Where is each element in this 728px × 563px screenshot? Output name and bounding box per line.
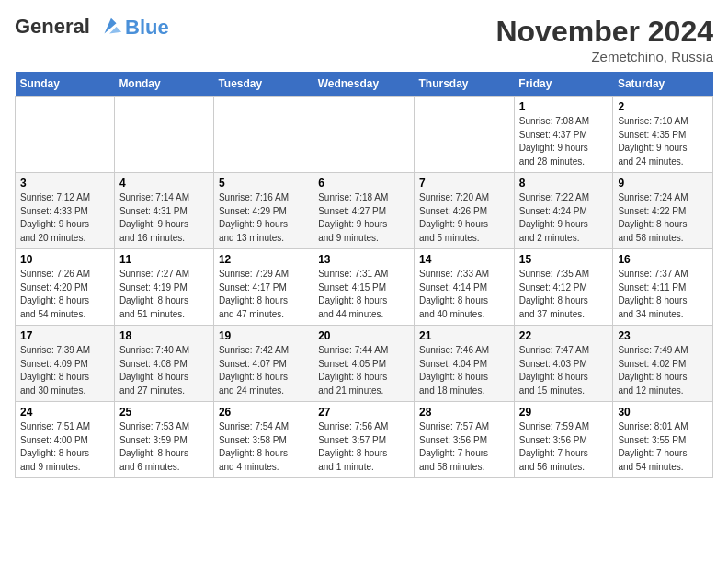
day-number: 24 bbox=[20, 406, 109, 419]
day-number: 6 bbox=[318, 177, 409, 190]
day-cell: 11Sunrise: 7:27 AM Sunset: 4:19 PM Dayli… bbox=[114, 249, 213, 326]
day-info: Sunrise: 7:40 AM Sunset: 4:08 PM Dayligh… bbox=[119, 344, 209, 397]
day-info: Sunrise: 7:33 AM Sunset: 4:14 PM Dayligh… bbox=[419, 268, 509, 321]
day-cell bbox=[415, 97, 515, 173]
page-header: General Blue November 2024 Zemetchino, R… bbox=[15, 15, 713, 64]
header-day-saturday: Saturday bbox=[613, 72, 713, 97]
day-info: Sunrise: 7:31 AM Sunset: 4:15 PM Dayligh… bbox=[318, 268, 409, 321]
day-number: 19 bbox=[219, 329, 308, 342]
day-cell: 28Sunrise: 7:57 AM Sunset: 3:56 PM Dayli… bbox=[415, 402, 515, 478]
day-info: Sunrise: 7:57 AM Sunset: 3:56 PM Dayligh… bbox=[419, 420, 509, 474]
day-number: 13 bbox=[318, 253, 409, 266]
day-info: Sunrise: 7:10 AM Sunset: 4:35 PM Dayligh… bbox=[618, 115, 708, 168]
day-cell: 6Sunrise: 7:18 AM Sunset: 4:27 PM Daylig… bbox=[313, 173, 415, 249]
day-number: 15 bbox=[519, 253, 609, 266]
day-cell: 30Sunrise: 8:01 AM Sunset: 3:55 PM Dayli… bbox=[613, 402, 713, 478]
day-cell: 1Sunrise: 7:08 AM Sunset: 4:37 PM Daylig… bbox=[514, 97, 613, 173]
day-cell: 5Sunrise: 7:16 AM Sunset: 4:29 PM Daylig… bbox=[213, 173, 313, 249]
day-cell: 22Sunrise: 7:47 AM Sunset: 4:03 PM Dayli… bbox=[514, 326, 613, 402]
day-info: Sunrise: 7:53 AM Sunset: 3:59 PM Dayligh… bbox=[119, 420, 209, 474]
svg-marker-1 bbox=[109, 27, 121, 33]
day-cell: 15Sunrise: 7:35 AM Sunset: 4:12 PM Dayli… bbox=[514, 249, 613, 326]
day-cell: 12Sunrise: 7:29 AM Sunset: 4:17 PM Dayli… bbox=[213, 249, 313, 326]
week-row-2: 3Sunrise: 7:12 AM Sunset: 4:33 PM Daylig… bbox=[16, 173, 713, 249]
day-cell bbox=[213, 97, 313, 173]
day-info: Sunrise: 7:08 AM Sunset: 4:37 PM Dayligh… bbox=[519, 115, 609, 168]
day-number: 10 bbox=[20, 253, 109, 266]
day-number: 4 bbox=[119, 177, 209, 190]
title-block: November 2024 Zemetchino, Russia bbox=[495, 15, 713, 64]
day-info: Sunrise: 7:12 AM Sunset: 4:33 PM Dayligh… bbox=[20, 191, 109, 245]
logo-blue: Blue bbox=[125, 16, 169, 40]
day-cell: 24Sunrise: 7:51 AM Sunset: 4:00 PM Dayli… bbox=[16, 402, 115, 478]
day-number: 20 bbox=[318, 329, 409, 342]
day-info: Sunrise: 7:54 AM Sunset: 3:58 PM Dayligh… bbox=[219, 420, 308, 474]
day-cell: 23Sunrise: 7:49 AM Sunset: 4:02 PM Dayli… bbox=[613, 326, 713, 402]
day-info: Sunrise: 7:24 AM Sunset: 4:22 PM Dayligh… bbox=[618, 191, 708, 245]
header-day-friday: Friday bbox=[514, 72, 613, 97]
day-info: Sunrise: 7:20 AM Sunset: 4:26 PM Dayligh… bbox=[419, 191, 509, 245]
day-cell: 10Sunrise: 7:26 AM Sunset: 4:20 PM Dayli… bbox=[16, 249, 115, 326]
day-number: 21 bbox=[419, 329, 509, 342]
day-info: Sunrise: 7:51 AM Sunset: 4:00 PM Dayligh… bbox=[20, 420, 109, 474]
day-cell bbox=[114, 97, 213, 173]
day-info: Sunrise: 7:59 AM Sunset: 3:56 PM Dayligh… bbox=[519, 420, 609, 474]
day-cell: 16Sunrise: 7:37 AM Sunset: 4:11 PM Dayli… bbox=[613, 249, 713, 326]
week-row-3: 10Sunrise: 7:26 AM Sunset: 4:20 PM Dayli… bbox=[16, 249, 713, 326]
day-info: Sunrise: 7:56 AM Sunset: 3:57 PM Dayligh… bbox=[318, 420, 409, 474]
day-number: 2 bbox=[618, 100, 708, 113]
day-cell bbox=[16, 97, 115, 173]
day-number: 29 bbox=[519, 406, 609, 419]
day-cell: 14Sunrise: 7:33 AM Sunset: 4:14 PM Dayli… bbox=[415, 249, 515, 326]
day-cell: 8Sunrise: 7:22 AM Sunset: 4:24 PM Daylig… bbox=[514, 173, 613, 249]
logo-icon bbox=[97, 15, 123, 40]
day-number: 9 bbox=[618, 177, 708, 190]
day-number: 11 bbox=[119, 253, 209, 266]
header-day-wednesday: Wednesday bbox=[313, 72, 415, 97]
day-cell: 4Sunrise: 7:14 AM Sunset: 4:31 PM Daylig… bbox=[114, 173, 213, 249]
day-info: Sunrise: 7:37 AM Sunset: 4:11 PM Dayligh… bbox=[618, 268, 708, 321]
day-info: Sunrise: 7:39 AM Sunset: 4:09 PM Dayligh… bbox=[20, 344, 109, 397]
day-info: Sunrise: 7:27 AM Sunset: 4:19 PM Dayligh… bbox=[119, 268, 209, 321]
day-info: Sunrise: 7:22 AM Sunset: 4:24 PM Dayligh… bbox=[519, 191, 609, 245]
month-title: November 2024 bbox=[495, 15, 713, 49]
day-cell bbox=[313, 97, 415, 173]
day-number: 17 bbox=[20, 329, 109, 342]
header-day-monday: Monday bbox=[114, 72, 213, 97]
day-cell: 26Sunrise: 7:54 AM Sunset: 3:58 PM Dayli… bbox=[213, 402, 313, 478]
day-cell: 2Sunrise: 7:10 AM Sunset: 4:35 PM Daylig… bbox=[613, 97, 713, 173]
day-cell: 20Sunrise: 7:44 AM Sunset: 4:05 PM Dayli… bbox=[313, 326, 415, 402]
day-info: Sunrise: 7:14 AM Sunset: 4:31 PM Dayligh… bbox=[119, 191, 209, 245]
day-cell: 27Sunrise: 7:56 AM Sunset: 3:57 PM Dayli… bbox=[313, 402, 415, 478]
day-number: 27 bbox=[318, 406, 409, 419]
logo: General Blue bbox=[15, 15, 169, 40]
day-number: 16 bbox=[618, 253, 708, 266]
calendar-table: SundayMondayTuesdayWednesdayThursdayFrid… bbox=[15, 72, 713, 478]
day-number: 23 bbox=[618, 329, 708, 342]
header-day-tuesday: Tuesday bbox=[213, 72, 313, 97]
day-info: Sunrise: 7:16 AM Sunset: 4:29 PM Dayligh… bbox=[219, 191, 308, 245]
day-number: 3 bbox=[20, 177, 109, 190]
day-info: Sunrise: 7:42 AM Sunset: 4:07 PM Dayligh… bbox=[219, 344, 308, 397]
header-row: SundayMondayTuesdayWednesdayThursdayFrid… bbox=[16, 72, 713, 97]
day-number: 5 bbox=[219, 177, 308, 190]
day-number: 7 bbox=[419, 177, 509, 190]
day-cell: 19Sunrise: 7:42 AM Sunset: 4:07 PM Dayli… bbox=[213, 326, 313, 402]
day-info: Sunrise: 7:44 AM Sunset: 4:05 PM Dayligh… bbox=[318, 344, 409, 397]
day-number: 8 bbox=[519, 177, 609, 190]
day-number: 22 bbox=[519, 329, 609, 342]
week-row-1: 1Sunrise: 7:08 AM Sunset: 4:37 PM Daylig… bbox=[16, 97, 713, 173]
day-cell: 25Sunrise: 7:53 AM Sunset: 3:59 PM Dayli… bbox=[114, 402, 213, 478]
header-day-thursday: Thursday bbox=[415, 72, 515, 97]
day-info: Sunrise: 7:47 AM Sunset: 4:03 PM Dayligh… bbox=[519, 344, 609, 397]
day-cell: 21Sunrise: 7:46 AM Sunset: 4:04 PM Dayli… bbox=[415, 326, 515, 402]
day-info: Sunrise: 7:49 AM Sunset: 4:02 PM Dayligh… bbox=[618, 344, 708, 397]
day-number: 26 bbox=[219, 406, 308, 419]
day-cell: 18Sunrise: 7:40 AM Sunset: 4:08 PM Dayli… bbox=[114, 326, 213, 402]
day-number: 28 bbox=[419, 406, 509, 419]
week-row-4: 17Sunrise: 7:39 AM Sunset: 4:09 PM Dayli… bbox=[16, 326, 713, 402]
day-number: 30 bbox=[618, 406, 708, 419]
day-cell: 29Sunrise: 7:59 AM Sunset: 3:56 PM Dayli… bbox=[514, 402, 613, 478]
day-cell: 9Sunrise: 7:24 AM Sunset: 4:22 PM Daylig… bbox=[613, 173, 713, 249]
day-number: 1 bbox=[519, 100, 609, 113]
